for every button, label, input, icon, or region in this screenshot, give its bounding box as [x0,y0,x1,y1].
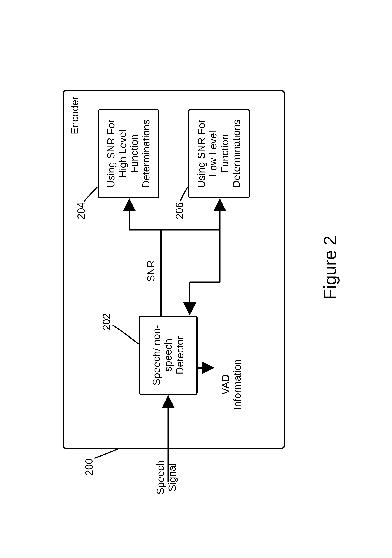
leader-200 [95,448,120,458]
leader-204 [84,187,97,201]
leader-206 [180,187,188,201]
diagram-canvas: Encoder Speech/ non-speech Detector Usin… [21,30,371,506]
connectors [21,30,371,506]
leader-202 [113,325,139,344]
